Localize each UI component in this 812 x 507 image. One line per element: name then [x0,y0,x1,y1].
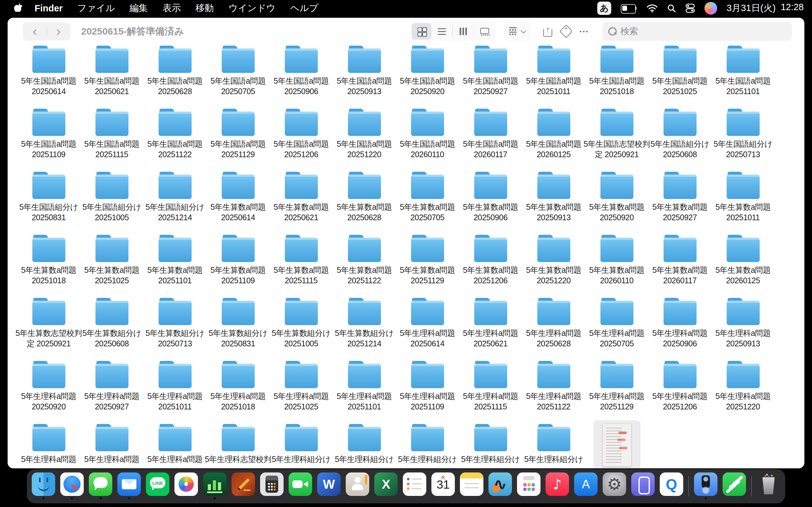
folder-item[interactable]: 5年生国語a問題20250614 [17,45,80,108]
menu-item[interactable]: ウインドウ [221,2,283,14]
folder-item[interactable]: 5年生理科a問題20251206 [648,360,711,424]
folder-item[interactable]: 5年生理科組分け [333,424,396,468]
folder-item[interactable]: 5年生算数a問題20250628 [333,171,396,234]
folder-item[interactable]: 5年生算数a問題20250621 [270,171,333,234]
safari-dock-icon[interactable] [60,472,84,496]
word-dock-icon[interactable]: W [317,472,341,496]
folder-item[interactable]: 5年生国語a問題20251220 [333,108,396,171]
search-field[interactable]: 検索 [603,22,792,41]
folder-item[interactable]: 5年生算数a問題20250913 [522,171,585,234]
freeform-dock-icon[interactable] [489,472,512,496]
folder-item[interactable]: 5年生理科a問題20251115 [459,360,522,424]
line-dock-icon[interactable]: LINE [146,472,169,496]
calculator-dock-icon[interactable] [260,472,284,496]
folder-item[interactable]: 5年生算数a問題20251025 [80,234,143,297]
menu-item[interactable]: 編集 [122,2,155,14]
folder-item[interactable]: 5年生理科a問題20250913 [711,297,774,360]
spotlight-search-icon[interactable] [667,4,676,13]
share-button[interactable] [539,22,557,41]
facetime-dock-icon[interactable] [289,472,312,496]
folder-item[interactable]: 5年生国語a問題20251011 [522,45,585,108]
folder-item[interactable]: 5年生理科a問題20250927 [80,360,143,424]
folder-item[interactable]: 5年生算数a問題20251018 [17,234,80,297]
settings-dock-icon[interactable] [603,472,626,496]
folder-item[interactable]: 5年生国語a問題20260117 [459,108,522,171]
view-list-button[interactable] [432,23,452,40]
menu-item[interactable]: 移動 [188,2,221,14]
file-item[interactable]: 2025年6月28日で [585,424,648,468]
folder-item[interactable]: 5年生理科組分け [270,424,333,468]
folder-item[interactable]: 5年生国語a問題20250927 [459,45,522,108]
folder-item[interactable]: 5年生算数a問題20260117 [648,234,711,297]
chart-dock-icon[interactable] [203,472,226,496]
trash-dock-icon[interactable] [757,472,780,496]
folder-item[interactable]: 5年生算数組分け20250713 [143,297,206,360]
folder-item[interactable]: 5年生国語志望校判定 20250921 [585,108,648,171]
folder-item[interactable]: 5年生国語a問題20251115 [80,108,143,171]
folder-item[interactable]: 5年生国語a問題20251018 [585,45,648,108]
folder-item[interactable]: 5年生算数組分け20250831 [206,297,270,360]
folder-item[interactable]: 5年生理科組分け [459,424,522,468]
folder-item[interactable]: 5年生国語組分け20250831 [17,171,80,234]
folder-item[interactable]: 5年生算数a問題20251129 [396,234,459,297]
music-dock-icon[interactable] [546,472,569,496]
group-by-button[interactable] [504,22,531,41]
folder-item[interactable]: 5年生国語a問題20250628 [143,45,206,108]
folder-item[interactable]: 5年生国語a問題20250621 [80,45,143,108]
user-avatar[interactable] [705,2,717,14]
folder-item[interactable]: 5年生理科a問題 [80,424,143,468]
folder-item[interactable]: 5年生理科a問題20251025 [270,360,333,424]
folder-item[interactable]: 5年生理科a問題20250621 [459,297,522,360]
photos-dock-icon[interactable] [174,472,198,496]
folder-item[interactable]: 5年生算数志望校判定 20250921 [17,297,80,360]
folder-item[interactable]: 5年生理科a問題20251220 [711,360,774,424]
battery-icon[interactable] [621,4,637,12]
view-grid-button[interactable] [412,23,432,40]
more-actions-button[interactable] [575,22,594,41]
pencil-dock-icon[interactable] [232,472,255,496]
folder-item[interactable]: 5年生理科a問題20250920 [17,360,80,424]
tag-button[interactable] [557,22,575,41]
folder-item[interactable]: 5年生理科組分け [522,424,585,468]
folder-item[interactable]: 5年生算数a問題20250614 [206,171,270,234]
camera-dock-icon[interactable] [694,472,717,496]
folder-item[interactable]: 5年生国語a問題20250705 [206,45,270,108]
folder-item[interactable]: 5年生理科a問題20250614 [396,297,459,360]
folder-item[interactable]: 5年生国語組分け20250608 [648,108,711,171]
messages-dock-icon[interactable] [89,472,112,496]
menu-clock[interactable]: 3月31日(火) 12:28 [727,2,804,14]
quicktime-dock-icon[interactable]: Q [660,472,683,496]
control-center-icon[interactable] [686,3,695,13]
folder-item[interactable]: 5年生国語組分け20251214 [143,171,206,234]
phone-dock-icon[interactable] [722,472,746,496]
folder-item[interactable]: 5年生理科a問題20251018 [206,360,270,424]
folder-item[interactable]: 5年生算数a問題20251101 [143,234,206,297]
folder-item[interactable]: 5年生理科a問題20250628 [522,297,585,360]
folder-item[interactable]: 5年生算数a問題20260125 [711,234,774,297]
folder-item[interactable]: 5年生算数a問題20251220 [522,234,585,297]
folder-item[interactable]: 5年生国語a問題20260125 [522,108,585,171]
folder-item[interactable]: 5年生国語a問題20251101 [711,45,774,108]
folder-item[interactable]: 5年生国語a問題20251122 [143,108,206,171]
folder-item[interactable]: 5年生理科a問題20250906 [648,297,711,360]
folder-item[interactable]: 5年生算数a問題20251206 [459,234,522,297]
folder-item[interactable]: 5年生算数a問題20250927 [648,171,711,234]
folder-item[interactable]: 5年生国語a問題20250913 [333,45,396,108]
folder-item[interactable]: 5年生理科a問題20251101 [333,360,396,424]
folder-item[interactable]: 5年生理科a問題20251109 [396,360,459,424]
folder-item[interactable]: 5年生国語a問題20251129 [206,108,270,171]
folder-item[interactable]: 5年生算数a問題20250906 [459,171,522,234]
mail-dock-icon[interactable] [117,472,141,496]
menu-app-name[interactable]: Finder [27,3,70,14]
folder-item[interactable]: 5年生国語a問題20251025 [648,45,711,108]
folder-item[interactable]: 5年生国語a問題20251206 [270,108,333,171]
folder-item[interactable]: 5年生理科志望校判 [206,424,270,468]
finder-dock-icon[interactable] [32,472,55,496]
calendar-dock-icon[interactable]: 火31 [432,472,455,496]
folder-item[interactable]: 5年生算数a問題20250705 [396,171,459,234]
folder-item[interactable]: 5年生算数a問題20251011 [711,171,774,234]
folder-item[interactable]: 5年生算数a問題20250920 [585,171,648,234]
folder-item[interactable]: 5年生算数a問題20251109 [206,234,270,297]
folder-item[interactable]: 5年生理科組分け [396,424,459,468]
folder-item[interactable]: 5年生国語a問題20250920 [396,45,459,108]
